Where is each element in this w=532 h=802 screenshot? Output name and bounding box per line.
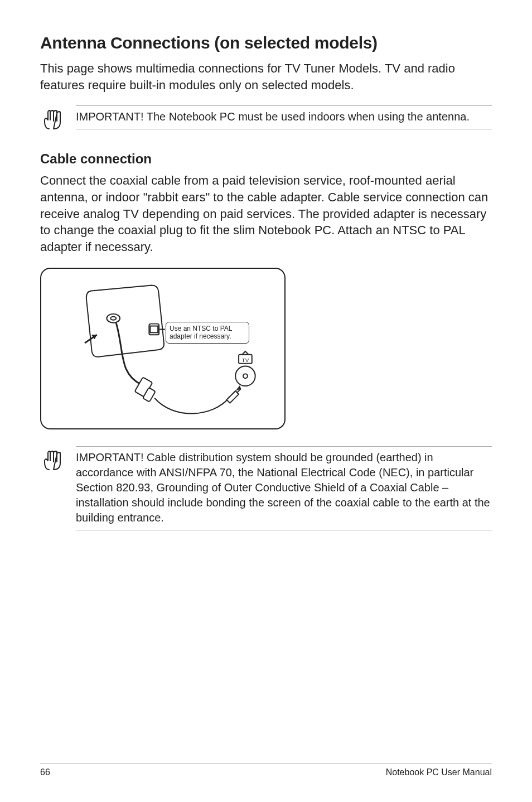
svg-text:TV: TV <box>242 356 249 363</box>
important-note-1: IMPORTANT! The Notebook PC must be used … <box>40 105 492 132</box>
cable-connection-paragraph: Connect the coaxial cable from a paid te… <box>40 172 492 255</box>
important-note-2: IMPORTANT! Cable distribution system sho… <box>40 446 492 530</box>
svg-rect-8 <box>150 326 158 332</box>
page-footer: 66 Notebook PC User Manual <box>40 764 492 777</box>
hand-icon <box>40 107 66 132</box>
svg-point-11 <box>243 374 248 378</box>
hand-icon <box>40 447 66 473</box>
note-text-2: IMPORTANT! Cable distribution system sho… <box>76 450 492 525</box>
note-text-wrap: IMPORTANT! The Notebook PC must be used … <box>76 105 492 129</box>
manual-title: Notebook PC User Manual <box>386 767 492 777</box>
intro-paragraph: This page shows multimedia connections f… <box>40 60 492 93</box>
adapter-label: Use an NTSC to PAL adapter if necessary. <box>166 322 249 344</box>
page-title: Antenna Connections (on selected models) <box>40 33 492 52</box>
svg-point-10 <box>235 366 255 386</box>
note-text-wrap: IMPORTANT! Cable distribution system sho… <box>76 446 492 530</box>
cable-connection-heading: Cable connection <box>40 151 492 167</box>
note-text-1: IMPORTANT! The Notebook PC must be used … <box>76 109 492 124</box>
page-number: 66 <box>40 767 50 777</box>
cable-connection-diagram: TV Use an NTSC to PAL adapter if necessa… <box>40 268 286 429</box>
